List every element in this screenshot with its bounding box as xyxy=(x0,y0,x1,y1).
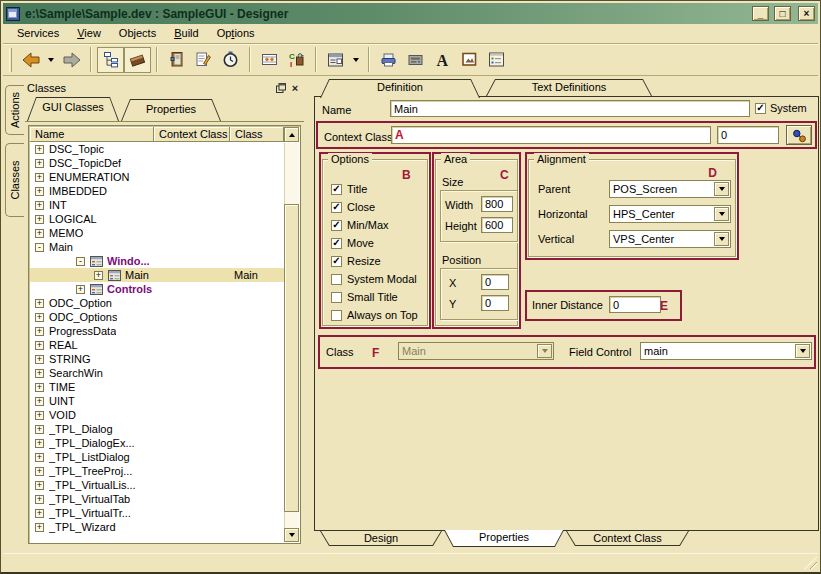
tree-item[interactable]: + TIME xyxy=(30,380,284,394)
combo-dropdown-button[interactable] xyxy=(714,182,729,196)
column-header-name[interactable]: Name xyxy=(30,127,154,142)
combo-dropdown-button[interactable] xyxy=(714,207,729,221)
image-button[interactable] xyxy=(456,47,483,73)
toolbar-grip[interactable] xyxy=(9,48,12,72)
expand-toggle[interactable]: + xyxy=(35,411,44,420)
expand-toggle[interactable]: + xyxy=(35,327,44,336)
tree-item[interactable]: + UINT xyxy=(30,394,284,408)
expand-toggle[interactable]: - xyxy=(35,243,44,252)
expand-toggle[interactable]: + xyxy=(35,439,44,448)
tree-item[interactable]: + STRING xyxy=(30,352,284,366)
tree-item[interactable]: + MEMO xyxy=(30,226,284,240)
y-input[interactable]: 0 xyxy=(481,295,509,311)
tree-item[interactable]: + ENUMERATION xyxy=(30,170,284,184)
combo-dropdown-button[interactable] xyxy=(714,232,729,246)
name-input[interactable]: Main xyxy=(390,100,750,117)
tree-item[interactable]: + IMBEDDED xyxy=(30,184,284,198)
context-class-number-input[interactable]: 0 xyxy=(717,126,779,144)
expand-toggle[interactable]: + xyxy=(35,201,44,210)
back-history-button[interactable] xyxy=(44,47,58,73)
expand-toggle[interactable]: - xyxy=(76,257,85,266)
tree-item[interactable]: + _TPL_TreeProj... xyxy=(30,464,284,478)
expand-toggle[interactable]: + xyxy=(35,397,44,406)
forward-button[interactable] xyxy=(58,47,85,73)
menu-item[interactable]: Services xyxy=(8,25,68,42)
tree-item[interactable]: + INT xyxy=(30,198,284,212)
tree-item[interactable]: + SearchWin xyxy=(30,366,284,380)
checkbox[interactable]: ✓ xyxy=(331,202,342,213)
expand-toggle[interactable]: + xyxy=(35,299,44,308)
context-class-input[interactable]: A xyxy=(391,126,711,144)
column-header-context-class[interactable]: Context Class xyxy=(154,127,230,142)
inner-distance-input[interactable]: 0 xyxy=(609,296,661,313)
system-checkbox[interactable]: ✓ xyxy=(755,103,766,114)
tree-item[interactable]: + DSC_TopicDef xyxy=(30,156,284,170)
expand-toggle[interactable]: + xyxy=(35,355,44,364)
panel-splitter[interactable] xyxy=(304,77,314,552)
edit-source-button[interactable] xyxy=(190,47,217,73)
tree-item[interactable]: + REAL xyxy=(30,338,284,352)
maximize-button[interactable]: □ xyxy=(774,6,791,21)
expand-toggle[interactable]: + xyxy=(35,145,44,154)
form-view-more-button[interactable] xyxy=(349,47,363,73)
alignment-combo[interactable]: VPS_Center xyxy=(609,230,731,248)
form-view-button[interactable] xyxy=(322,47,349,73)
expand-toggle[interactable]: + xyxy=(35,509,44,518)
back-button[interactable] xyxy=(17,47,44,73)
side-tab[interactable]: Classes xyxy=(5,143,24,217)
tree-item[interactable]: + ODC_Options xyxy=(30,310,284,324)
tree-item[interactable]: + _TPL_VirtualTab xyxy=(30,492,284,506)
tree-item[interactable]: + DSC_Topic xyxy=(30,142,284,156)
menu-item[interactable]: View xyxy=(68,25,110,42)
width-input[interactable]: 800 xyxy=(481,196,513,212)
font-button[interactable]: A xyxy=(429,47,456,73)
tree-item[interactable]: + ODC_Option xyxy=(30,296,284,310)
tree-item[interactable]: - Windo... xyxy=(30,254,284,268)
x-input[interactable]: 0 xyxy=(481,274,509,290)
tree-item[interactable]: + Controls xyxy=(30,282,284,296)
expand-toggle[interactable]: + xyxy=(35,369,44,378)
compile-button[interactable]: CI xyxy=(283,47,310,73)
checkbox[interactable]: ✓ xyxy=(331,184,342,195)
expand-toggle[interactable]: + xyxy=(35,229,44,238)
expand-toggle[interactable]: + xyxy=(35,159,44,168)
checkbox[interactable]: ✓ xyxy=(331,256,342,267)
expand-toggle[interactable]: + xyxy=(35,215,44,224)
tree-item[interactable]: + _TPL_VirtualTr... xyxy=(30,506,284,520)
bottom-tab[interactable]: Design xyxy=(320,531,442,546)
combo-dropdown-button[interactable] xyxy=(795,344,810,358)
panel-tab[interactable]: Properties xyxy=(121,99,221,121)
field-control-combo[interactable]: main xyxy=(640,342,812,360)
eraser-button[interactable] xyxy=(124,47,151,73)
class-tree-button[interactable] xyxy=(97,47,124,73)
expand-toggle[interactable]: + xyxy=(76,285,85,294)
expand-toggle[interactable]: + xyxy=(35,467,44,476)
tree-item[interactable]: + _TPL_ListDialog xyxy=(30,450,284,464)
expand-toggle[interactable]: + xyxy=(35,187,44,196)
checkbox[interactable]: ✓ xyxy=(331,220,342,231)
bottom-tab[interactable]: Properties xyxy=(444,530,564,547)
close-panel-icon[interactable]: × xyxy=(288,81,302,94)
print-button[interactable] xyxy=(375,47,402,73)
close-button[interactable]: × xyxy=(798,6,815,21)
definition-tab[interactable]: Definition xyxy=(320,79,480,98)
tree-item[interactable]: + LOGICAL xyxy=(30,212,284,226)
expand-toggle[interactable]: + xyxy=(35,425,44,434)
tree-item[interactable]: + _TPL_DialogEx... xyxy=(30,436,284,450)
menu-item[interactable]: Objects xyxy=(110,25,165,42)
alignment-combo[interactable]: HPS_Center xyxy=(609,205,731,223)
tree-item[interactable]: + _TPL_VirtualLis... xyxy=(30,478,284,492)
expand-toggle[interactable]: + xyxy=(35,495,44,504)
object-book-button[interactable] xyxy=(163,47,190,73)
build-clock-button[interactable] xyxy=(217,47,244,73)
menu-item[interactable]: Build xyxy=(165,25,207,42)
expand-toggle[interactable]: + xyxy=(35,481,44,490)
alignment-combo[interactable]: POS_Screen xyxy=(609,180,731,198)
checkbox[interactable] xyxy=(331,310,342,321)
menu-item[interactable]: Options xyxy=(208,25,264,42)
scroll-down-button[interactable] xyxy=(284,528,299,542)
side-tab[interactable]: Actions xyxy=(5,85,24,135)
float-panel-icon[interactable] xyxy=(274,81,288,94)
tree-item[interactable]: + ProgressData xyxy=(30,324,284,338)
checkbox[interactable] xyxy=(331,274,342,285)
